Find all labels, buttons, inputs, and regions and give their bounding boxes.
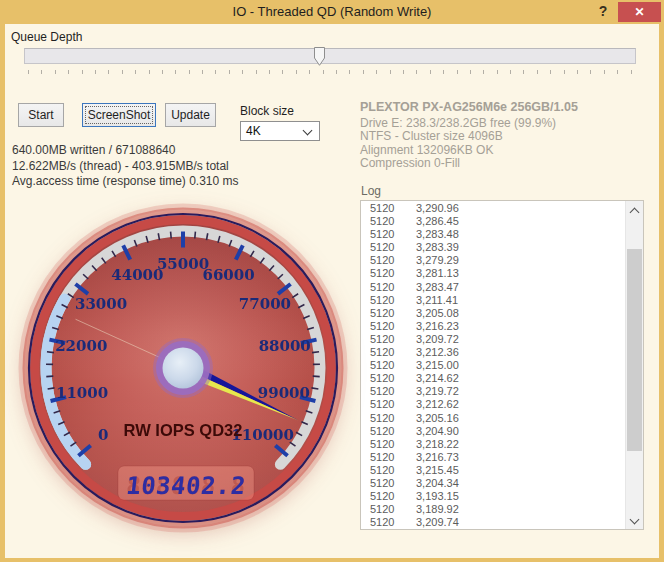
log-row[interactable]: 51203,209.72 <box>361 333 626 346</box>
slider-tick-mark <box>510 70 511 74</box>
drive-alignment: Alignment 132096KB OK <box>360 144 578 158</box>
log-row[interactable]: 51203,211.41 <box>361 294 626 307</box>
start-button[interactable]: Start <box>18 103 64 127</box>
slider-tick-mark <box>617 70 618 74</box>
scroll-down-button[interactable] <box>626 512 643 529</box>
slider-tick-mark <box>590 70 591 74</box>
log-row[interactable]: 51203,283.39 <box>361 241 626 254</box>
slider-tick-mark <box>323 70 324 74</box>
log-col-queue: 5120 <box>370 241 416 254</box>
log-col-value: 3,212.36 <box>416 346 459 359</box>
log-row[interactable]: 51203,205.08 <box>361 307 626 320</box>
log-row[interactable]: 51203,215.45 <box>361 464 626 477</box>
log-row[interactable]: 51203,212.62 <box>361 398 626 411</box>
drive-free-space: Drive E: 238.3/238.2GB free (99.9%) <box>360 117 578 131</box>
log-col-queue: 5120 <box>370 412 416 425</box>
slider-tick-mark <box>162 70 163 74</box>
log-col-queue: 5120 <box>370 490 416 503</box>
gauge-minor-tick <box>171 232 172 239</box>
log-row[interactable]: 51203,209.74 <box>361 516 626 528</box>
log-col-value: 3,283.47 <box>416 281 459 294</box>
block-size-value: 4K <box>246 124 261 138</box>
log-col-queue: 5120 <box>370 267 416 280</box>
block-size-select[interactable]: 4K <box>240 121 320 141</box>
log-scrollbar[interactable] <box>625 201 643 529</box>
slider-tick-mark <box>189 70 190 74</box>
log-listbox[interactable]: 51203,290.9651203,286.4551203,283.485120… <box>360 200 644 530</box>
log-col-value: 3,209.72 <box>416 333 459 346</box>
slider-tick-mark <box>68 70 69 74</box>
log-col-queue: 5120 <box>370 451 416 464</box>
log-col-value: 3,204.90 <box>416 425 459 438</box>
gauge-tick-label: 33000 <box>75 295 127 313</box>
gauge-minor-tick <box>195 232 196 239</box>
slider-tick-mark <box>149 70 150 74</box>
log-col-queue: 5120 <box>370 307 416 320</box>
log-row[interactable]: 51203,279.29 <box>361 254 626 267</box>
slider-thumb-icon <box>314 47 325 66</box>
log-row[interactable]: 51203,189.92 <box>361 503 626 516</box>
slider-tick-mark <box>457 70 458 74</box>
log-col-queue: 5120 <box>370 372 416 385</box>
log-row[interactable]: 51203,218.22 <box>361 438 626 451</box>
status-line-speed: 12.622MB/s (thread) - 403.915MB/s total <box>12 159 239 175</box>
slider-tick-mark <box>95 70 96 74</box>
log-col-value: 3,205.08 <box>416 307 459 320</box>
log-row[interactable]: 51203,204.34 <box>361 477 626 490</box>
log-col-value: 3,279.29 <box>416 254 459 267</box>
log-col-queue: 5120 <box>370 464 416 477</box>
log-col-value: 3,218.22 <box>416 438 459 451</box>
chevron-down-icon <box>303 126 313 136</box>
gauge-hub-center <box>163 348 204 389</box>
log-row[interactable]: 51203,286.45 <box>361 215 626 228</box>
log-row[interactable]: 51203,283.48 <box>361 228 626 241</box>
gauge-minor-tick <box>312 352 319 353</box>
log-col-value: 3,189.92 <box>416 503 459 516</box>
log-row[interactable]: 51203,214.62 <box>361 372 626 385</box>
log-row[interactable]: 51203,204.90 <box>361 425 626 438</box>
screenshot-button[interactable]: ScreenShot <box>82 103 156 127</box>
slider-tick-mark <box>497 70 498 74</box>
queue-depth-slider[interactable] <box>24 48 636 64</box>
log-row[interactable]: 51203,216.73 <box>361 451 626 464</box>
help-icon: ? <box>599 3 608 19</box>
slider-thumb[interactable] <box>314 47 325 66</box>
gauge-tick-label: 77000 <box>239 295 291 313</box>
slider-tick-mark <box>550 70 551 74</box>
status-line-access-time: Avg.access time (response time) 0.310 ms <box>12 174 239 190</box>
slider-tick-mark <box>443 70 444 74</box>
log-row[interactable]: 51203,193.15 <box>361 490 626 503</box>
slider-tick-mark <box>376 70 377 74</box>
log-row[interactable]: 51203,212.36 <box>361 346 626 359</box>
slider-tick-mark <box>135 70 136 74</box>
log-row[interactable]: 51203,283.47 <box>361 281 626 294</box>
log-row[interactable]: 51203,290.96 <box>361 202 626 215</box>
log-row[interactable]: 51203,205.16 <box>361 412 626 425</box>
log-col-queue: 5120 <box>370 333 416 346</box>
log-col-value: 3,204.34 <box>416 477 459 490</box>
log-col-queue: 5120 <box>370 228 416 241</box>
log-col-queue: 5120 <box>370 202 416 215</box>
gauge-tick-label: 22000 <box>55 337 107 355</box>
slider-tick-mark <box>229 70 230 74</box>
scrollbar-thumb[interactable] <box>627 249 642 451</box>
scroll-up-button[interactable] <box>626 201 643 218</box>
gauge-tick-label: 11000 <box>56 384 108 402</box>
log-col-queue: 5120 <box>370 294 416 307</box>
gauge-tick-label: 99000 <box>258 384 310 402</box>
slider-tick-mark <box>55 70 56 74</box>
log-row[interactable]: 51203,219.72 <box>361 385 626 398</box>
log-row[interactable]: 51203,215.00 <box>361 359 626 372</box>
gauge-tick-label: 88000 <box>259 337 311 355</box>
titlebar[interactable]: IO - Threaded QD (Random Write) ? ✕ <box>0 0 664 24</box>
log-col-value: 3,205.16 <box>416 412 459 425</box>
log-row[interactable]: 51203,281.13 <box>361 267 626 280</box>
queue-depth-label: Queue Depth <box>11 30 82 44</box>
log-row[interactable]: 51203,216.23 <box>361 320 626 333</box>
help-button[interactable]: ? <box>595 3 611 21</box>
slider-tick-mark <box>269 70 270 74</box>
close-button[interactable]: ✕ <box>618 2 661 22</box>
log-col-value: 3,193.15 <box>416 490 459 503</box>
update-button[interactable]: Update <box>165 103 216 127</box>
gauge-lcd: 888888.8103402.2 <box>118 466 254 500</box>
